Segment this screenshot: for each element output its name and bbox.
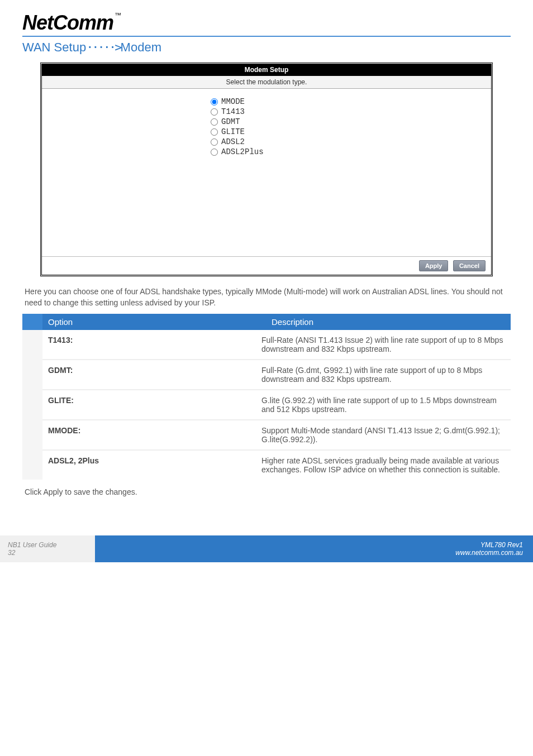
panel-footer: Apply Cancel (42, 256, 491, 275)
header-description: Description (266, 314, 511, 330)
footer-right: YML780 Rev1 www.netcomm.com.au (95, 535, 533, 562)
radio-input-gdmt[interactable] (211, 118, 218, 126)
header-option: Option (42, 314, 266, 330)
option-label: GLITE: (32, 390, 256, 420)
option-desc: G.lite (G.992.2) with line rate support … (256, 390, 511, 420)
section-arrow-icon: ·····> (86, 40, 120, 54)
brand-logo: NetComm™ (22, 11, 511, 35)
option-desc: Higher rate ADSL services gradually bein… (256, 450, 511, 480)
option-desc: Support Multi-Mode standard (ANSI T1.413… (256, 420, 511, 450)
option-desc: Full-Rate (G.dmt, G992.1) with line rate… (256, 360, 511, 390)
radio-label: T1413 (221, 107, 245, 116)
cancel-button[interactable]: Cancel (453, 260, 486, 271)
radio-mmode[interactable]: MMODE (211, 97, 322, 107)
table-row: ADSL2, 2Plus Higher rate ADSL services g… (32, 450, 511, 480)
brand-name: NetComm (22, 11, 113, 34)
option-desc: Full-Rate (ANSI T1.413 Issue 2) with lin… (256, 330, 511, 360)
radio-label: GLITE (221, 127, 245, 136)
radio-input-adsl2plus[interactable] (211, 149, 218, 156)
radio-label: ADSL2 (221, 137, 245, 146)
table-row: T1413: Full-Rate (ANSI T1.413 Issue 2) w… (32, 330, 511, 360)
radio-label: GDMT (221, 117, 240, 126)
table-row: GLITE: G.lite (G.992.2) with line rate s… (32, 390, 511, 420)
footer-left: NB1 User Guide 32 (0, 535, 95, 562)
modem-setup-panel: Modem Setup Select the modulation type. … (40, 63, 493, 276)
radio-label: ADSL2Plus (221, 147, 264, 156)
panel-header: Modem Setup (42, 64, 491, 76)
closing-paragraph: Click Apply to save the changes. (25, 487, 508, 496)
footer-guide: NB1 User Guide (8, 541, 87, 549)
table-row: MMODE: Support Multi-Mode standard (ANSI… (32, 420, 511, 450)
page-footer: NB1 User Guide 32 YML780 Rev1 www.netcom… (0, 535, 533, 562)
option-label: MMODE: (32, 420, 256, 450)
modulation-radio-group: MMODE T1413 GDMT GLITE (211, 97, 322, 157)
radio-label: MMODE (221, 97, 245, 106)
panel-subheader: Select the modulation type. (42, 76, 491, 89)
radio-input-glite[interactable] (211, 128, 218, 136)
footer-rev: YML780 Rev1 (105, 541, 523, 549)
option-label: GDMT: (32, 360, 256, 390)
radio-input-mmode[interactable] (211, 98, 218, 106)
option-label: T1413: (32, 330, 256, 360)
radio-glite[interactable]: GLITE (211, 127, 322, 137)
brand-tm: ™ (115, 11, 121, 19)
intro-paragraph: Here you can choose one of four ADSL han… (25, 286, 508, 308)
footer-url: www.netcomm.com.au (105, 549, 523, 557)
radio-input-t1413[interactable] (211, 108, 218, 116)
header-divider (22, 36, 511, 37)
section-title-left: WAN Setup (22, 40, 86, 54)
section-title: WAN Setup·····>Modem (22, 40, 511, 55)
options-table-header: Option Description (22, 314, 511, 330)
apply-button[interactable]: Apply (419, 260, 449, 271)
option-label: ADSL2, 2Plus (32, 450, 256, 480)
footer-page: 32 (8, 549, 87, 557)
radio-t1413[interactable]: T1413 (211, 107, 322, 117)
radio-input-adsl2[interactable] (211, 138, 218, 146)
options-table: T1413: Full-Rate (ANSI T1.413 Issue 2) w… (22, 330, 511, 480)
section-title-right: Modem (121, 40, 161, 54)
radio-adsl2[interactable]: ADSL2 (211, 137, 322, 147)
radio-adsl2plus[interactable]: ADSL2Plus (211, 147, 322, 157)
radio-gdmt[interactable]: GDMT (211, 117, 322, 127)
table-row: GDMT: Full-Rate (G.dmt, G992.1) with lin… (32, 360, 511, 390)
